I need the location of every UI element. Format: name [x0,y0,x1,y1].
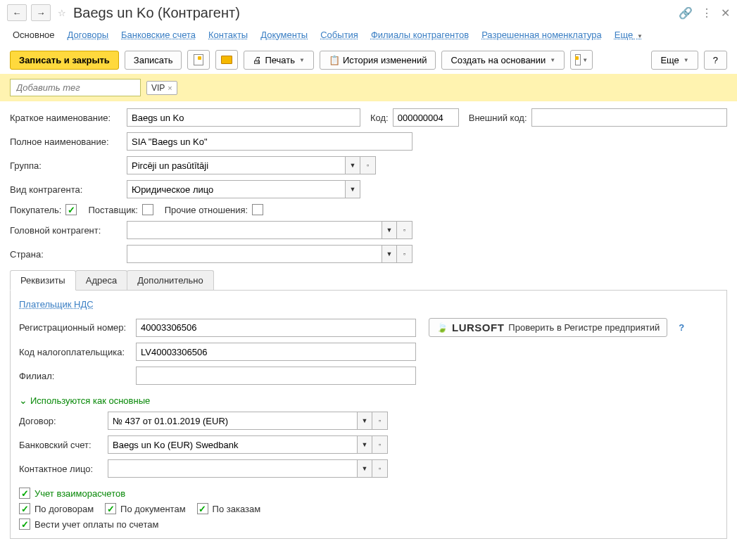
open-icon[interactable]: ▫ [360,156,376,174]
dropdown-icon[interactable]: ▼ [382,245,397,263]
save-button[interactable]: Записать [125,51,182,70]
by-docs-checkbox[interactable] [105,503,116,514]
branch-input[interactable] [136,367,416,385]
dropdown-icon[interactable]: ▼ [345,156,360,174]
forward-button[interactable]: → [31,4,51,21]
full-name-label: Полное наименование: [10,136,122,147]
lursoft-logo-text: LURSOFT [452,322,504,333]
dropdown-icon[interactable]: ▼ [357,459,372,478]
country-label: Страна: [10,249,122,260]
nav-more[interactable]: Еще ▼ [615,30,643,40]
mail-icon-button[interactable] [215,50,238,70]
dropdown-icon[interactable]: ▼ [345,180,360,198]
contact-label: Контактное лицо: [19,464,103,474]
open-icon[interactable]: ▫ [372,459,388,478]
create-basis-button[interactable]: Создать на основании ▼ [441,51,565,70]
bank-label: Банковский счет: [19,440,103,450]
menu-dots-icon[interactable]: ⋮ [701,6,712,20]
by-contracts-label: По договорам [34,504,94,514]
ext-code-label: Внешний код: [469,113,527,123]
branch-label: Филиал: [19,371,132,381]
supplier-checkbox[interactable] [142,204,153,215]
other-checkbox[interactable] [252,204,263,215]
open-icon[interactable]: ▫ [397,221,412,239]
lursoft-logo-icon: 🍃 [436,322,448,333]
open-icon[interactable]: ▫ [372,412,388,430]
contract-input[interactable] [108,412,357,430]
type-label: Вид контрагента: [10,184,122,195]
group-label: Группа: [10,160,122,171]
group-input[interactable] [127,156,345,174]
document-icon [575,54,581,65]
settlements-header: Учет взаиморасчетов [34,488,125,499]
help-icon[interactable]: ? [679,322,684,333]
contract-label: Договор: [19,416,103,426]
help-button[interactable]: ? [704,51,727,70]
envelope-icon [221,56,232,64]
back-button[interactable]: ← [7,4,27,21]
tab-main[interactable]: Основное [13,30,55,40]
print-button[interactable]: 🖨 Печать ▼ [244,51,314,70]
code-input[interactable] [393,108,459,127]
settlements-checkbox[interactable] [19,488,30,499]
open-icon[interactable]: ▫ [397,245,412,263]
tab-documents[interactable]: Документы [260,30,308,40]
supplier-label: Поставщик: [88,205,137,215]
page-title: Baegs un Ko (Контрагент) [73,5,240,21]
other-label: Прочие отношения: [165,205,248,215]
by-invoices-label: Вести учет оплаты по счетам [34,519,158,530]
subtab-additional[interactable]: Дополнительно [127,270,214,290]
subtab-addresses[interactable]: Адреса [75,270,127,290]
short-name-input[interactable] [127,108,360,127]
doc-icon-button[interactable] [187,50,210,70]
subtab-requisites[interactable]: Реквизиты [10,270,76,291]
tag-remove-icon[interactable]: × [168,84,172,92]
contact-input[interactable] [108,459,357,478]
tab-branches[interactable]: Филиалы контрагентов [371,30,469,40]
buyer-label: Покупатель: [10,205,61,215]
more-button[interactable]: Еще ▼ [651,51,698,70]
dropdown-icon[interactable]: ▼ [382,221,397,239]
save-close-button[interactable]: Записать и закрыть [10,51,119,70]
head-label: Головной контрагент: [10,225,122,236]
code-label: Код: [370,113,389,123]
close-icon[interactable]: ✕ [721,6,730,20]
favorite-star-icon[interactable]: ☆ [55,6,69,20]
tab-bank[interactable]: Банковские счета [121,30,196,40]
tab-events[interactable]: События [320,30,358,40]
country-input[interactable] [127,245,382,263]
vat-link[interactable]: Плательщик НДС [19,299,94,310]
buyer-checkbox[interactable] [65,204,77,215]
by-orders-label: По заказам [213,504,261,514]
defaults-section-header[interactable]: Используются как основные [19,395,718,406]
ext-code-input[interactable] [531,108,727,127]
reg-input[interactable] [136,319,416,337]
type-input[interactable] [127,180,345,198]
link-icon[interactable]: 🔗 [679,6,693,20]
dropdown-icon[interactable]: ▼ [357,412,372,430]
head-input[interactable] [127,221,382,239]
tax-label: Код налогоплательщика: [19,347,132,357]
tag-chip[interactable]: VIP× [146,81,177,95]
by-invoices-checkbox[interactable] [19,518,30,530]
by-docs-label: По документам [120,504,186,514]
lursoft-button[interactable]: 🍃 LURSOFT Проверить в Регистре предприят… [429,318,667,337]
full-name-input[interactable] [127,132,412,151]
history-button[interactable]: 📋 История изменений [320,51,436,70]
dropdown-icon[interactable]: ▼ [357,435,372,454]
nav-tabs: Основное Договоры Банковские счета Конта… [0,25,737,46]
document-icon [194,54,203,65]
by-orders-checkbox[interactable] [197,503,208,514]
tab-contacts[interactable]: Контакты [208,30,248,40]
bank-input[interactable] [108,435,357,454]
extra-icon-button[interactable]: ▼ [570,50,593,70]
tab-contracts[interactable]: Договоры [68,30,108,40]
short-name-label: Краткое наименование: [10,113,122,123]
tag-input[interactable] [10,79,141,96]
reg-label: Регистрационный номер: [19,322,132,333]
by-contracts-checkbox[interactable] [19,503,30,514]
tab-nomenclature[interactable]: Разрешенная номенклатура [481,30,602,40]
open-icon[interactable]: ▫ [372,435,388,454]
tax-input[interactable] [136,343,416,361]
